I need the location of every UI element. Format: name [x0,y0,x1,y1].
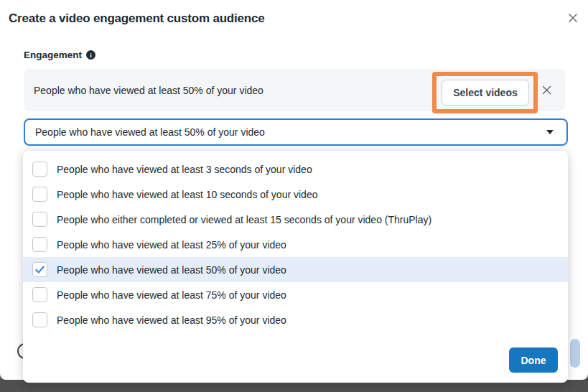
option-label: People who have viewed at least 95% of y… [57,314,286,326]
create-audience-modal: Create a video engagement custom audienc… [0,0,588,380]
dropdown-option-list: People who have viewed at least 3 second… [23,157,568,332]
checkbox[interactable] [32,237,47,252]
dropdown-option[interactable]: People who either completed or viewed at… [23,207,568,232]
engagement-type-select[interactable]: People who have viewed at least 50% of y… [24,118,568,146]
option-label: People who either completed or viewed at… [57,214,431,225]
option-label: People who have viewed at least 3 second… [57,164,312,175]
option-label: People who have viewed at least 75% of y… [57,289,286,301]
scrollbar-thumb[interactable] [570,339,580,368]
dropdown-option[interactable]: People who have viewed at least 50% of y… [23,257,568,282]
check-icon [34,264,45,275]
chevron-down-icon [546,130,554,134]
checkbox[interactable] [32,262,47,277]
dropdown-option[interactable]: People who have viewed at least 95% of y… [23,307,568,332]
dropdown-option[interactable]: People who have viewed at least 3 second… [23,157,568,182]
select-videos-button[interactable]: Select videos [442,80,529,106]
option-label: People who have viewed at least 50% of y… [57,264,286,276]
engagement-section-label: Engagement i [24,50,95,60]
page-title: Create a video engagement custom audienc… [9,11,264,26]
dropdown-option[interactable]: People who have viewed at least 10 secon… [23,182,568,207]
checkbox[interactable] [32,212,47,227]
option-label: People who have viewed at least 10 secon… [57,189,317,200]
info-icon[interactable]: i [86,50,95,60]
option-label: People who have viewed at least 25% of y… [57,239,286,251]
checkbox[interactable] [32,162,47,177]
select-value: People who have viewed at least 50% of y… [35,120,265,144]
engagement-label: Engagement [24,50,82,60]
remove-rule-icon[interactable] [540,83,554,97]
dropdown-option[interactable]: People who have viewed at least 25% of y… [23,232,568,257]
rule-row-text: People who have viewed at least 50% of y… [34,69,263,111]
dropdown-option[interactable]: People who have viewed at least 75% of y… [23,282,568,307]
checkbox[interactable] [32,312,47,327]
checkbox[interactable] [32,187,47,202]
checkbox[interactable] [32,287,47,302]
done-button[interactable]: Done [509,347,558,373]
close-icon[interactable] [565,10,581,26]
engagement-dropdown-menu: People who have viewed at least 3 second… [23,151,568,383]
